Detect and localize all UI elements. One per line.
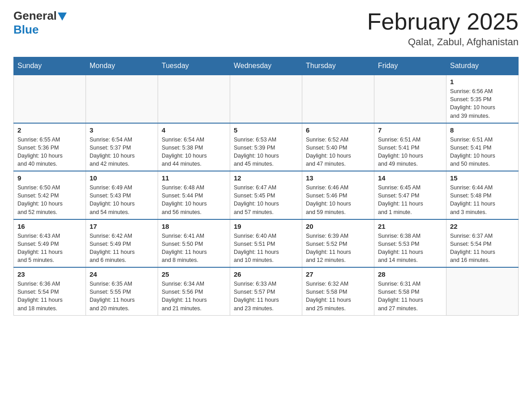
logo-blue-text: Blue xyxy=(13,23,39,36)
calendar-cell: 18Sunrise: 6:41 AM Sunset: 5:50 PM Dayli… xyxy=(158,219,230,268)
day-number: 21 xyxy=(378,223,442,230)
day-number: 4 xyxy=(162,126,226,134)
day-info: Sunrise: 6:34 AM Sunset: 5:56 PM Dayligh… xyxy=(162,280,226,313)
day-number: 13 xyxy=(306,174,370,182)
calendar-header-tuesday: Tuesday xyxy=(158,57,230,75)
calendar-cell xyxy=(374,75,446,123)
month-title: February 2025 xyxy=(367,9,519,34)
day-info: Sunrise: 6:53 AM Sunset: 5:39 PM Dayligh… xyxy=(234,136,298,168)
calendar-cell: 19Sunrise: 6:40 AM Sunset: 5:51 PM Dayli… xyxy=(230,219,302,268)
day-info: Sunrise: 6:49 AM Sunset: 5:43 PM Dayligh… xyxy=(90,184,154,216)
calendar-cell: 21Sunrise: 6:38 AM Sunset: 5:53 PM Dayli… xyxy=(374,219,446,268)
day-number: 24 xyxy=(90,270,154,278)
calendar-cell: 23Sunrise: 6:36 AM Sunset: 5:54 PM Dayli… xyxy=(14,267,86,315)
calendar-header-wednesday: Wednesday xyxy=(230,57,302,75)
day-number: 8 xyxy=(450,126,515,134)
day-number: 5 xyxy=(234,126,298,134)
day-number: 10 xyxy=(90,174,154,182)
calendar-cell xyxy=(14,75,86,123)
day-number: 11 xyxy=(162,174,226,182)
calendar-cell: 28Sunrise: 6:31 AM Sunset: 5:58 PM Dayli… xyxy=(374,267,446,315)
calendar-header-thursday: Thursday xyxy=(302,57,374,75)
calendar-header-monday: Monday xyxy=(86,57,158,75)
calendar-cell: 11Sunrise: 6:48 AM Sunset: 5:44 PM Dayli… xyxy=(158,171,230,219)
day-info: Sunrise: 6:35 AM Sunset: 5:55 PM Dayligh… xyxy=(90,280,154,313)
day-number: 20 xyxy=(306,223,370,230)
calendar-cell: 26Sunrise: 6:33 AM Sunset: 5:57 PM Dayli… xyxy=(230,267,302,315)
day-number: 6 xyxy=(306,126,370,134)
calendar-week-row: 9Sunrise: 6:50 AM Sunset: 5:42 PM Daylig… xyxy=(14,171,519,219)
day-info: Sunrise: 6:31 AM Sunset: 5:58 PM Dayligh… xyxy=(378,280,442,313)
day-number: 9 xyxy=(17,174,82,182)
day-info: Sunrise: 6:44 AM Sunset: 5:48 PM Dayligh… xyxy=(450,184,515,216)
day-number: 28 xyxy=(378,270,442,278)
calendar-header-row: SundayMondayTuesdayWednesdayThursdayFrid… xyxy=(14,57,519,75)
day-info: Sunrise: 6:39 AM Sunset: 5:52 PM Dayligh… xyxy=(306,232,370,265)
calendar-cell xyxy=(446,267,519,315)
day-number: 25 xyxy=(162,270,226,278)
day-number: 17 xyxy=(90,223,154,230)
calendar-cell: 25Sunrise: 6:34 AM Sunset: 5:56 PM Dayli… xyxy=(158,267,230,315)
calendar-cell: 20Sunrise: 6:39 AM Sunset: 5:52 PM Dayli… xyxy=(302,219,374,268)
day-info: Sunrise: 6:54 AM Sunset: 5:38 PM Dayligh… xyxy=(162,136,226,168)
page-header: General Blue February 2025 Qalat, Zabul,… xyxy=(13,9,519,48)
calendar-cell xyxy=(86,75,158,123)
calendar-cell: 27Sunrise: 6:32 AM Sunset: 5:58 PM Dayli… xyxy=(302,267,374,315)
calendar-cell: 8Sunrise: 6:51 AM Sunset: 5:41 PM Daylig… xyxy=(446,123,519,171)
day-info: Sunrise: 6:54 AM Sunset: 5:37 PM Dayligh… xyxy=(90,136,154,168)
calendar-cell xyxy=(158,75,230,123)
calendar-table: SundayMondayTuesdayWednesdayThursdayFrid… xyxy=(13,57,519,316)
day-number: 19 xyxy=(234,223,298,230)
day-info: Sunrise: 6:51 AM Sunset: 5:41 PM Dayligh… xyxy=(450,136,515,168)
day-info: Sunrise: 6:32 AM Sunset: 5:58 PM Dayligh… xyxy=(306,280,370,313)
svg-marker-0 xyxy=(58,13,67,21)
location-title: Qalat, Zabul, Afghanistan xyxy=(367,36,519,48)
day-info: Sunrise: 6:38 AM Sunset: 5:53 PM Dayligh… xyxy=(378,232,442,265)
calendar-cell xyxy=(302,75,374,123)
day-info: Sunrise: 6:46 AM Sunset: 5:46 PM Dayligh… xyxy=(306,184,370,216)
calendar-week-row: 2Sunrise: 6:55 AM Sunset: 5:36 PM Daylig… xyxy=(14,123,519,171)
calendar-cell: 2Sunrise: 6:55 AM Sunset: 5:36 PM Daylig… xyxy=(14,123,86,171)
calendar-header-friday: Friday xyxy=(374,57,446,75)
day-number: 22 xyxy=(450,223,515,230)
logo-general-text: General xyxy=(13,9,57,23)
calendar-cell: 13Sunrise: 6:46 AM Sunset: 5:46 PM Dayli… xyxy=(302,171,374,219)
calendar-cell: 10Sunrise: 6:49 AM Sunset: 5:43 PM Dayli… xyxy=(86,171,158,219)
day-number: 23 xyxy=(17,270,82,278)
calendar-cell: 15Sunrise: 6:44 AM Sunset: 5:48 PM Dayli… xyxy=(446,171,519,219)
day-number: 27 xyxy=(306,270,370,278)
calendar-cell: 6Sunrise: 6:52 AM Sunset: 5:40 PM Daylig… xyxy=(302,123,374,171)
calendar-cell: 3Sunrise: 6:54 AM Sunset: 5:37 PM Daylig… xyxy=(86,123,158,171)
calendar-header-saturday: Saturday xyxy=(446,57,519,75)
calendar-cell: 4Sunrise: 6:54 AM Sunset: 5:38 PM Daylig… xyxy=(158,123,230,171)
day-info: Sunrise: 6:42 AM Sunset: 5:49 PM Dayligh… xyxy=(90,232,154,265)
day-info: Sunrise: 6:47 AM Sunset: 5:45 PM Dayligh… xyxy=(234,184,298,216)
title-area: February 2025 Qalat, Zabul, Afghanistan xyxy=(367,9,519,48)
calendar-cell xyxy=(230,75,302,123)
day-number: 3 xyxy=(90,126,154,134)
day-number: 15 xyxy=(450,174,515,182)
logo-triangle-icon xyxy=(58,13,67,21)
day-info: Sunrise: 6:50 AM Sunset: 5:42 PM Dayligh… xyxy=(17,184,82,216)
calendar-cell: 9Sunrise: 6:50 AM Sunset: 5:42 PM Daylig… xyxy=(14,171,86,219)
day-info: Sunrise: 6:36 AM Sunset: 5:54 PM Dayligh… xyxy=(17,280,82,313)
day-number: 2 xyxy=(17,126,82,134)
calendar-cell: 24Sunrise: 6:35 AM Sunset: 5:55 PM Dayli… xyxy=(86,267,158,315)
day-number: 1 xyxy=(450,78,515,86)
day-number: 26 xyxy=(234,270,298,278)
calendar-week-row: 23Sunrise: 6:36 AM Sunset: 5:54 PM Dayli… xyxy=(14,267,519,315)
calendar-cell: 12Sunrise: 6:47 AM Sunset: 5:45 PM Dayli… xyxy=(230,171,302,219)
calendar-cell: 22Sunrise: 6:37 AM Sunset: 5:54 PM Dayli… xyxy=(446,219,519,268)
calendar-cell: 7Sunrise: 6:51 AM Sunset: 5:41 PM Daylig… xyxy=(374,123,446,171)
day-info: Sunrise: 6:41 AM Sunset: 5:50 PM Dayligh… xyxy=(162,232,226,265)
day-info: Sunrise: 6:43 AM Sunset: 5:49 PM Dayligh… xyxy=(17,232,82,265)
calendar-week-row: 16Sunrise: 6:43 AM Sunset: 5:49 PM Dayli… xyxy=(14,219,519,268)
day-info: Sunrise: 6:45 AM Sunset: 5:47 PM Dayligh… xyxy=(378,184,442,216)
day-number: 16 xyxy=(17,223,82,230)
day-number: 18 xyxy=(162,223,226,230)
day-number: 14 xyxy=(378,174,442,182)
day-number: 7 xyxy=(378,126,442,134)
calendar-cell: 5Sunrise: 6:53 AM Sunset: 5:39 PM Daylig… xyxy=(230,123,302,171)
day-info: Sunrise: 6:37 AM Sunset: 5:54 PM Dayligh… xyxy=(450,232,515,265)
calendar-cell: 16Sunrise: 6:43 AM Sunset: 5:49 PM Dayli… xyxy=(14,219,86,268)
